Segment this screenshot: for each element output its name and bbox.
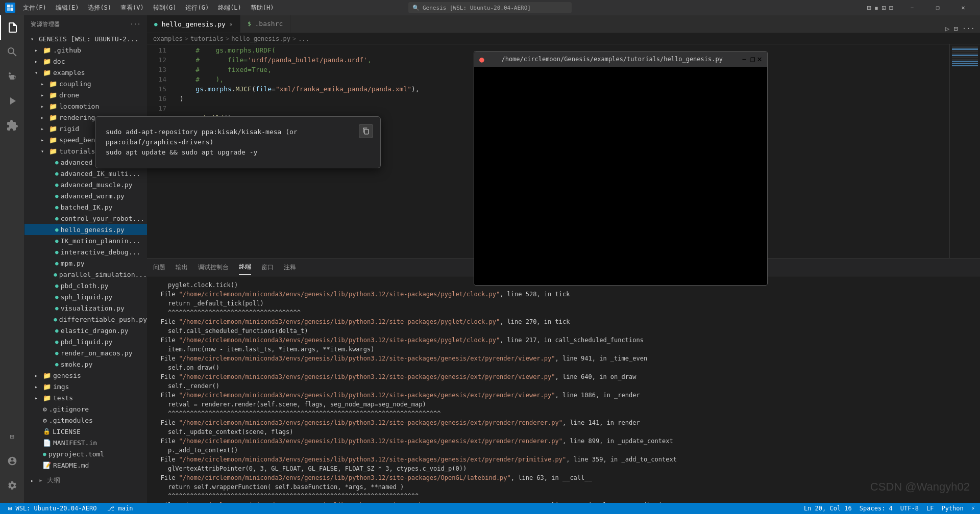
menu-bar[interactable]: 文件(F) 编辑(E) 选择(S) 查看(V) 转到(G) 运行(G) 终端(L… [23, 4, 274, 12]
tree-hello-genesis[interactable]: ● hello_genesis.py [24, 224, 147, 235]
tree-locomotion[interactable]: ▸ 📁 locomotion [24, 100, 147, 112]
second-win-maximize[interactable]: ❐ [750, 54, 755, 65]
tab-close-hello-genesis[interactable]: ✕ [230, 21, 233, 27]
menu-select[interactable]: 选择(S) [88, 4, 111, 12]
tree-pbd-liquid[interactable]: ● pbd_liquid.py [24, 336, 147, 347]
tree-root[interactable]: ▾ GENESIS [WSL: UBUNTU-2... [24, 33, 147, 44]
second-win-close[interactable]: ✕ [757, 54, 762, 65]
panel-tab-output[interactable]: 输出 [176, 260, 188, 275]
menu-file[interactable]: 文件(F) [23, 4, 46, 12]
tree-coupling[interactable]: ▸ 📁 coupling [24, 78, 147, 89]
menu-edit[interactable]: 编辑(E) [56, 4, 79, 12]
term-line-16: ^^^^^^^^^^^^^^^^^^^^^^^^^^^^^^^^^^^^^^^^… [153, 409, 974, 418]
activity-search[interactable] [0, 40, 24, 64]
tree-smoke[interactable]: ● smoke.py [24, 358, 147, 370]
second-win-minimize[interactable]: － [740, 54, 748, 65]
minimap [949, 44, 980, 258]
tree-mpm[interactable]: ● mpm.py [24, 258, 147, 269]
panel-tab-window[interactable]: 窗口 [261, 260, 274, 275]
tree-tests[interactable]: ▸ 📁 tests [24, 392, 147, 403]
tree-gitignore[interactable]: ⚙ .gitignore [24, 403, 147, 415]
tree-visualization[interactable]: ● visualization.py [24, 302, 147, 314]
tree-readme[interactable]: 📝 README.md [24, 459, 147, 471]
tree-advanced-ik[interactable]: ● advanced_IK_multi... [24, 168, 147, 179]
tree-github[interactable]: ▸ 📁 .github [24, 44, 147, 56]
term-line-19: self._update_context(scene, flags) [153, 427, 974, 436]
tree-ik-motion[interactable]: ● IK_motion_plannin... [24, 235, 147, 246]
tree-pbd-cloth[interactable]: ● pbd_cloth.py [24, 280, 147, 291]
status-spaces[interactable]: Spaces: 4 [860, 505, 893, 512]
app-icon [5, 3, 15, 13]
activity-run-debug[interactable] [0, 89, 24, 113]
minimize-button[interactable]: － [900, 0, 924, 15]
breadcrumb-tutorials[interactable]: tutorials [190, 35, 224, 42]
status-notifications[interactable]: ⚡ [971, 505, 975, 512]
title-bar-right: ⊞▪⊡⊟ － ❐ ✕ [867, 0, 975, 15]
menu-terminal[interactable]: 终端(L) [218, 4, 241, 12]
tree-interactive-debug[interactable]: ● interactive_debug... [24, 246, 147, 258]
second-window-bar: ● /home/circlemoon/Genesis/examples/tuto… [474, 52, 767, 67]
tree-control-robot[interactable]: ● control_your_robot... [24, 213, 147, 224]
tree-diff-push[interactable]: ● differentiable_push.py [24, 314, 147, 325]
activity-source-control[interactable] [0, 64, 24, 89]
tree-gitmodules[interactable]: ⚙ .gitmodules [24, 415, 147, 426]
breadcrumb-examples[interactable]: examples [153, 35, 183, 42]
term-line-22: File "/home/circlemoon/miniconda3/envs/g… [153, 455, 974, 464]
panel-tab-terminal[interactable]: 终端 [239, 260, 251, 275]
status-wsl[interactable]: ⊞ WSL: Ubuntu-20.04-AERO [5, 505, 100, 512]
breadcrumb-sep3: > [292, 35, 296, 42]
breadcrumb-file[interactable]: hello_genesis.py [231, 35, 290, 42]
tree-outline-collapsed[interactable]: ▸ ▸ 大纲 [24, 475, 147, 486]
tree-imgs[interactable]: ▸ 📁 imgs [24, 381, 147, 392]
tab-hello-genesis[interactable]: ● hello_genesis.py ✕ [147, 15, 240, 33]
term-line-6: File "/home/circlemoon/miniconda3/envs/g… [153, 317, 974, 326]
run-button[interactable]: ▷ [945, 24, 949, 33]
activity-settings[interactable] [0, 473, 24, 498]
restore-button[interactable]: ❐ [926, 0, 949, 15]
layout-icons[interactable]: ⊞▪⊡⊟ [867, 4, 893, 12]
split-editor-button[interactable]: ⊟ [953, 24, 958, 33]
close-button[interactable]: ✕ [951, 0, 975, 15]
status-language[interactable]: Python [941, 505, 963, 512]
tree-examples[interactable]: ▾ 📁 examples [24, 67, 147, 78]
tab-bashrc[interactable]: $ .bashrc [240, 15, 290, 33]
svg-rect-3 [11, 8, 14, 11]
activity-explorer[interactable] [0, 15, 24, 40]
tree-sph-liquid[interactable]: ● sph_liquid.py [24, 291, 147, 302]
status-encoding[interactable]: UTF-8 [900, 505, 919, 512]
tree-manifest[interactable]: 📄 MANIFEST.in [24, 437, 147, 448]
status-branch[interactable]: ⎇ main [107, 505, 133, 512]
tree-license[interactable]: 🔒 LICENSE [24, 426, 147, 437]
tree-advanced-muscle[interactable]: ● advanced_muscle.py [24, 179, 147, 190]
menu-run[interactable]: 运行(G) [185, 4, 209, 12]
panel-tab-debug[interactable]: 调试控制台 [198, 260, 229, 275]
tree-doc[interactable]: ▸ 📁 doc [24, 56, 147, 67]
tree-drone[interactable]: ▸ 📁 drone [24, 89, 147, 100]
tree-genesis[interactable]: ▸ 📁 genesis [24, 370, 147, 381]
tree-parallel[interactable]: ● parallel_simulation... [24, 269, 147, 280]
tree-render-macos[interactable]: ● render_on_macos.py [24, 347, 147, 358]
menu-goto[interactable]: 转到(G) [153, 4, 177, 12]
panel-tab-problems[interactable]: 问题 [153, 260, 165, 275]
activity-remote[interactable]: ⊞ [0, 424, 24, 449]
tree-elastic-dragon[interactable]: ● elastic_dragon.py [24, 325, 147, 336]
activity-accounts[interactable] [0, 449, 24, 473]
more-actions-button[interactable]: ··· [962, 24, 975, 33]
second-win-close-btn[interactable]: ● [479, 55, 484, 64]
menu-view[interactable]: 查看(V) [120, 4, 144, 12]
sidebar-header: 资源管理器 ··· [24, 15, 147, 33]
status-line-ending[interactable]: LF [926, 505, 934, 512]
term-line-21: p._add_to_context() [153, 446, 974, 455]
panel-tab-notes[interactable]: 注释 [284, 260, 296, 275]
breadcrumb-symbol[interactable]: ... [298, 35, 309, 42]
tree-batched-ik[interactable]: ● batched_IK.py [24, 201, 147, 213]
status-position[interactable]: Ln 20, Col 16 [804, 505, 852, 512]
tree-advanced-worm[interactable]: ● advanced_worm.py [24, 190, 147, 201]
menu-help[interactable]: 帮助(H) [251, 4, 274, 12]
terminal-content[interactable]: pyglet.clock.tick() File "/home/circlemo… [147, 276, 980, 503]
activity-extensions[interactable] [0, 113, 24, 138]
popup-copy-button[interactable] [359, 124, 373, 138]
search-box[interactable]: 🔍 Genesis [WSL: Ubuntu-20.04-AERO] [408, 2, 572, 13]
tree-pyproject[interactable]: ● pyproject.toml [24, 448, 147, 459]
sidebar-more-btn[interactable]: ··· [130, 21, 141, 28]
